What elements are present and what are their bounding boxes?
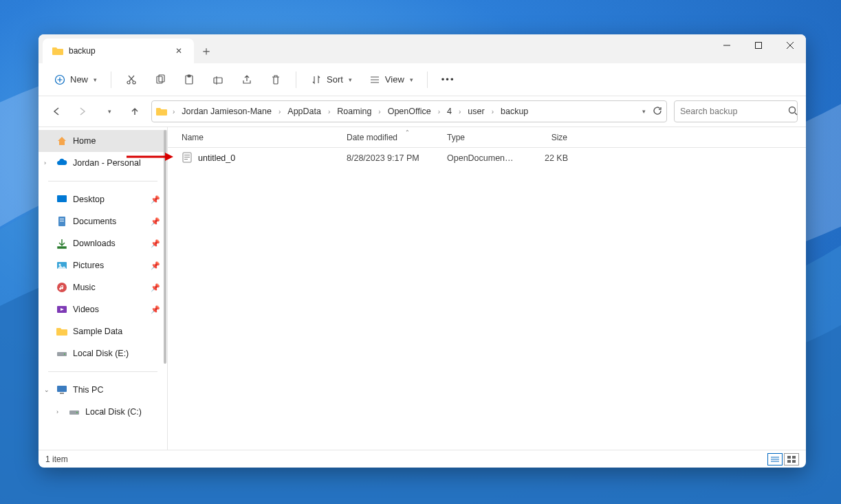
navigation-pane: Home › Jordan - Personal Desktop📌 Docume… <box>39 127 168 450</box>
chevron-right-icon: › <box>277 108 282 116</box>
chevron-right-icon[interactable]: › <box>44 160 46 166</box>
chevron-right-icon: › <box>377 108 382 116</box>
chevron-down-icon: ▾ <box>108 108 111 115</box>
svg-rect-48 <box>787 460 791 463</box>
search-box[interactable] <box>674 100 798 122</box>
sidebar-item-home[interactable]: Home <box>39 130 167 152</box>
drive-icon <box>56 348 67 359</box>
sidebar-item-label: Home <box>73 136 96 146</box>
sidebar-item-local-disk-e[interactable]: Local Disk (E:) <box>39 342 167 364</box>
column-header-type[interactable]: Type <box>440 127 521 147</box>
new-button[interactable]: New ▾ <box>47 69 104 91</box>
documents-icon <box>56 216 67 227</box>
home-icon <box>56 135 67 146</box>
share-button[interactable] <box>234 69 260 91</box>
sidebar-item-onedrive[interactable]: › Jordan - Personal <box>39 152 167 174</box>
sidebar-item-label: Local Disk (C:) <box>85 407 142 417</box>
copy-button[interactable] <box>147 69 173 91</box>
forward-button[interactable] <box>73 102 92 121</box>
sidebar-item-local-disk-c[interactable]: › Local Disk (C:) <box>39 401 167 423</box>
search-input[interactable] <box>680 107 788 116</box>
share-icon <box>241 74 253 86</box>
chevron-right-icon: › <box>437 108 441 116</box>
svg-point-37 <box>76 412 78 413</box>
search-icon <box>788 106 798 118</box>
folder-icon <box>52 46 63 56</box>
sort-indicator-icon: ⌃ <box>405 129 410 135</box>
tab-title: backup <box>69 46 96 56</box>
sidebar-item-downloads[interactable]: Downloads📌 <box>39 232 167 254</box>
sidebar-item-label: Downloads <box>73 239 116 248</box>
paste-icon <box>183 74 195 86</box>
breadcrumb[interactable]: user <box>463 105 488 118</box>
sidebar-item-desktop[interactable]: Desktop📌 <box>39 188 167 210</box>
chevron-down-icon: ▾ <box>410 76 413 83</box>
sidebar-item-music[interactable]: Music📌 <box>39 276 167 298</box>
column-header-size[interactable]: Size <box>521 127 575 147</box>
breadcrumb[interactable]: 4 <box>443 105 456 118</box>
chevron-down-icon: ▾ <box>94 76 97 83</box>
file-icon <box>182 152 193 165</box>
file-row[interactable]: untitled_0 8/28/2023 9:17 PM OpenDocumen… <box>168 148 806 168</box>
view-icon <box>369 74 381 86</box>
column-header-name[interactable]: Name <box>168 127 340 147</box>
column-header-date[interactable]: Date modified <box>340 127 440 147</box>
chevron-down-icon[interactable]: ⌄ <box>44 386 50 393</box>
delete-button[interactable] <box>263 69 289 91</box>
separator <box>296 72 296 88</box>
address-bar[interactable]: › Jordan Jamieson-Mane› AppData› Roaming… <box>151 100 667 122</box>
breadcrumb[interactable]: AppData <box>283 105 325 118</box>
pin-icon: 📌 <box>151 239 160 248</box>
recent-button[interactable]: ▾ <box>99 102 118 121</box>
minimize-button[interactable] <box>711 34 743 56</box>
toolbar: New ▾ Sort ▾ View ▾ ••• <box>39 63 806 96</box>
close-button[interactable] <box>774 34 806 56</box>
cut-button[interactable] <box>118 69 144 91</box>
chevron-down-icon[interactable]: ▾ <box>642 108 646 115</box>
sidebar-item-videos[interactable]: Videos📌 <box>39 298 167 320</box>
new-tab-button[interactable]: ＋ <box>194 39 219 63</box>
scrollbar[interactable] <box>163 127 167 450</box>
sidebar-item-label: Local Disk (E:) <box>73 349 129 358</box>
chevron-right-icon[interactable]: › <box>56 408 58 415</box>
refresh-button[interactable] <box>653 106 662 118</box>
sidebar-item-sample-data[interactable]: Sample Data <box>39 320 167 342</box>
up-button[interactable] <box>125 102 144 121</box>
file-list-pane: Name ⌃ Date modified Type Size untitled_… <box>168 127 806 450</box>
paste-button[interactable] <box>176 69 202 91</box>
tab-backup[interactable]: backup ✕ <box>43 39 194 63</box>
sort-icon <box>310 74 323 86</box>
breadcrumb[interactable]: Jordan Jamieson-Mane <box>177 105 276 118</box>
breadcrumb[interactable]: backup <box>496 105 532 118</box>
svg-line-10 <box>129 76 133 81</box>
separator <box>48 371 157 372</box>
more-button[interactable]: ••• <box>435 69 462 91</box>
separator <box>111 72 111 88</box>
svg-point-33 <box>64 353 65 355</box>
svg-point-29 <box>59 264 61 266</box>
rename-button[interactable] <box>205 69 231 91</box>
status-bar: 1 item <box>39 450 806 468</box>
sidebar-item-documents[interactable]: Documents📌 <box>39 210 167 232</box>
sidebar-item-label: Jordan - Personal <box>73 158 141 168</box>
breadcrumb[interactable]: Roaming <box>333 105 375 118</box>
pictures-icon <box>56 260 67 271</box>
breadcrumb[interactable]: OpenOffice <box>384 105 435 118</box>
svg-rect-27 <box>58 247 66 248</box>
details-view-button[interactable] <box>767 453 783 465</box>
rename-icon <box>212 74 224 86</box>
maximize-button[interactable] <box>743 34 774 56</box>
tab-close-button[interactable]: ✕ <box>173 45 184 56</box>
pin-icon: 📌 <box>151 195 160 204</box>
view-button[interactable]: View ▾ <box>362 69 420 91</box>
svg-rect-35 <box>60 393 64 394</box>
videos-icon <box>56 304 67 315</box>
sidebar-item-this-pc[interactable]: ⌄ This PC <box>39 379 167 401</box>
thumbnails-view-button[interactable] <box>784 453 799 465</box>
titlebar: backup ✕ ＋ <box>39 34 806 63</box>
sidebar-item-pictures[interactable]: Pictures📌 <box>39 254 167 276</box>
sort-button[interactable]: Sort ▾ <box>303 69 359 91</box>
back-button[interactable] <box>47 102 66 121</box>
sort-label: Sort <box>327 74 343 85</box>
sidebar-item-label: Music <box>73 283 96 292</box>
